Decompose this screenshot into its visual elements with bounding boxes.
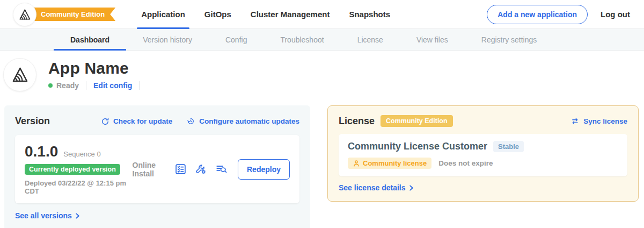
customer-name: Community License Customer [348,141,487,152]
configure-automatic-updates-label: Configure automatic updates [199,117,299,125]
status-label: Ready [56,81,79,90]
sequence-label: Sequence 0 [63,150,100,158]
divider [86,81,86,90]
dashboard-cards: Version Check for update [4,105,640,228]
top-bar-right: Add a new application Log out [487,5,630,24]
tab-registry-settings[interactable]: Registry settings [465,29,553,50]
license-type-row: Community license Does not expire [348,158,618,169]
expiration-text: Does not expire [438,159,493,167]
deployed-badge: Currently deployed version [25,164,120,175]
check-for-update-link[interactable]: Check for update [101,117,172,126]
nav-item-snapshots[interactable]: Snapshots [339,0,400,29]
logs-search-icon[interactable] [215,163,228,175]
top-navigation: Application GitOps Cluster Management Sn… [131,0,400,29]
version-card: Version Check for update [4,105,310,228]
deployed-timestamp: Deployed 03/22/22 @ 12:15 pm CDT [25,179,133,195]
wrench-gear-icon[interactable] [195,163,207,175]
install-type-label: Online Install [133,161,165,178]
person-icon [353,160,360,167]
edition-banner: Community Edition [30,8,115,21]
license-card-header: License Community Edition Sync license [339,115,627,127]
nav-item-gitops[interactable]: GitOps [195,0,241,29]
checklist-icon[interactable] [174,163,187,175]
tab-config[interactable]: Config [209,29,264,50]
redeploy-button[interactable]: Redeploy [238,159,290,180]
tab-troubleshoot[interactable]: Troubleshoot [264,29,340,50]
see-license-details-link[interactable]: See license details [339,183,414,192]
app-status-row: Ready Edit config [48,81,147,90]
app-meta: App Name Ready Edit config [48,58,147,91]
version-info: 0.1.0 Sequence 0 Currently deployed vers… [25,143,133,195]
see-license-details-label: See license details [339,183,406,192]
tab-license[interactable]: License [341,29,400,50]
refresh-icon [101,117,109,126]
logout-button[interactable]: Log out [601,10,630,19]
current-version-panel: 0.1.0 Sequence 0 Currently deployed vers… [15,135,299,203]
license-type-badge: Community license [348,158,431,169]
edition-badge: Community Edition [380,115,453,127]
version-actions-group: Online Install [133,159,290,180]
channel-badge: Stable [493,141,524,152]
configure-automatic-updates-link[interactable]: Configure automatic updates [186,117,299,126]
status-dot-icon [48,83,53,88]
brand-logo [13,3,36,26]
brand: Community Edition [13,3,115,26]
tab-dashboard[interactable]: Dashboard [54,29,126,50]
app-header: App Name Ready Edit config [3,58,644,91]
sync-license-label: Sync license [583,117,627,125]
license-details-panel: Community License Customer Stable Commun… [339,134,627,176]
nav-item-application[interactable]: Application [131,0,195,29]
sync-arrows-icon [570,117,580,126]
see-all-versions-link[interactable]: See all versions [15,211,80,220]
divider [139,81,140,90]
chevron-right-icon [75,213,80,219]
license-card: License Community Edition Sync license C… [327,105,639,202]
version-card-header: Version Check for update [15,116,299,127]
version-number: 0.1.0 [25,143,58,160]
check-for-update-label: Check for update [113,117,172,125]
nav-item-cluster-management[interactable]: Cluster Management [241,0,340,29]
customer-row: Community License Customer Stable [348,141,618,152]
version-card-title: Version [15,116,50,127]
sync-license-link[interactable]: Sync license [570,117,627,126]
app-avatar [3,58,36,91]
sub-navigation: Dashboard Version history Config Trouble… [0,29,644,51]
clock-refresh-icon [186,117,195,126]
chevron-right-icon [408,185,414,191]
add-application-button[interactable]: Add a new application [487,5,588,24]
top-bar: Community Edition Application GitOps Clu… [0,0,644,29]
edit-config-link[interactable]: Edit config [93,81,132,90]
page-title: App Name [48,59,147,77]
replicated-logo-icon [18,8,32,22]
tab-view-files[interactable]: View files [400,29,465,50]
license-type-label: Community license [363,159,427,167]
version-card-actions: Check for update Configure automatic upd… [87,117,299,126]
tab-version-history[interactable]: Version history [126,29,209,50]
license-card-title: License [339,116,375,127]
replicated-logo-icon [10,65,30,84]
version-number-row: 0.1.0 Sequence 0 [25,143,133,160]
license-card-actions: Sync license [557,117,627,126]
see-all-versions-label: See all versions [15,211,72,220]
